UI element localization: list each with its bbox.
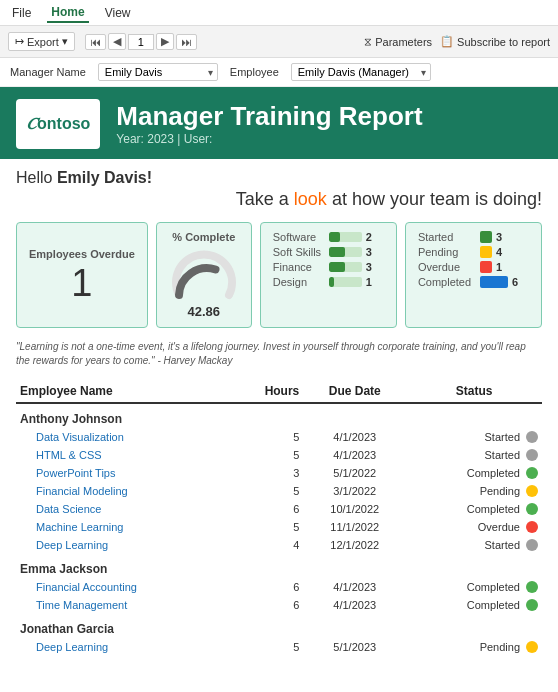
last-page-button[interactable]: ⏭ [176, 34, 197, 50]
course-status-text: Started [485, 449, 520, 461]
employee-filter-label: Employee [230, 66, 279, 78]
course-hours: 5 [230, 518, 303, 536]
hello-name: Emily Davis! [57, 169, 152, 186]
status-started-row: Started 3 [418, 231, 529, 243]
course-name: HTML & CSS [16, 446, 230, 464]
prev-page-button[interactable]: ◀ [108, 33, 126, 50]
parameters-button[interactable]: ⧖ Parameters [364, 35, 432, 48]
employee-select[interactable]: Emily Davis (Manager) [291, 63, 431, 81]
parameters-label: Parameters [375, 36, 432, 48]
category-finance-count: 3 [366, 261, 378, 273]
report-header: 𝐶ontoso Manager Training Report Year: 20… [0, 87, 558, 159]
menu-bar: File Home View [0, 0, 558, 26]
training-table: Employee Name Hours Due Date Status Anth… [16, 380, 542, 656]
hello-prefix: Hello [16, 169, 57, 186]
manager-filter-label: Manager Name [10, 66, 86, 78]
status-dot-icon [526, 539, 538, 551]
course-status-text: Completed [467, 599, 520, 611]
header-title-block: Manager Training Report Year: 2023 | Use… [116, 102, 422, 147]
course-status: Started [406, 428, 542, 446]
complete-value: 42.86 [188, 304, 221, 319]
status-completed-label: Completed [418, 276, 476, 288]
category-design-fill [329, 277, 335, 287]
course-status: Completed [406, 596, 542, 614]
category-design-bar [329, 277, 362, 287]
menu-file[interactable]: File [8, 4, 35, 22]
tagline-post: at how your team is doing! [327, 189, 542, 209]
col-hours: Hours [230, 380, 303, 403]
first-page-button[interactable]: ⏮ [85, 34, 106, 50]
logo-icon: 𝐶 [26, 115, 37, 132]
course-hours: 6 [230, 500, 303, 518]
course-hours: 3 [230, 464, 303, 482]
table-header-row: Employee Name Hours Due Date Status [16, 380, 542, 403]
status-dot-icon [526, 581, 538, 593]
status-dot-icon [526, 503, 538, 515]
course-hours: 6 [230, 578, 303, 596]
next-page-button[interactable]: ▶ [156, 33, 174, 50]
course-status-text: Started [485, 539, 520, 551]
category-softskills-bar [329, 247, 362, 257]
status-overdue-label: Overdue [418, 261, 476, 273]
table-section: Employee Name Hours Due Date Status Anth… [0, 374, 558, 662]
hello-text: Hello Emily Davis! [16, 169, 542, 187]
course-status: Pending [406, 638, 542, 656]
category-software-count: 2 [366, 231, 378, 243]
donut-chart [169, 247, 239, 302]
table-row: Financial Accounting 6 4/1/2023 Complete… [16, 578, 542, 596]
table-row: HTML & CSS 5 4/1/2023 Started [16, 446, 542, 464]
complete-label: % Complete [172, 231, 235, 243]
table-row: Financial Modeling 5 3/1/2022 Pending [16, 482, 542, 500]
category-softskills-count: 3 [366, 246, 378, 258]
subscribe-button[interactable]: 📋 Subscribe to report [440, 35, 550, 48]
course-hours: 5 [230, 638, 303, 656]
category-software-label: Software [273, 231, 325, 243]
quote-text: "Learning is not a one-time event, it's … [16, 340, 542, 368]
page-number-input[interactable]: 1 [128, 34, 154, 50]
toolbar: ↦ Export ▾ ⏮ ◀ 1 ▶ ⏭ ⧖ Parameters 📋 Subs… [0, 26, 558, 58]
status-pending-dot [480, 246, 492, 258]
category-softskills-fill [329, 247, 346, 257]
course-status-text: Completed [467, 467, 520, 479]
quote-section: "Learning is not a one-time event, it's … [0, 334, 558, 374]
col-duedate: Due Date [303, 380, 406, 403]
report-subtitle: Year: 2023 | User: [116, 132, 422, 146]
table-row: Deep Learning 5 5/1/2023 Pending [16, 638, 542, 656]
subscribe-icon: 📋 [440, 35, 454, 48]
course-status-text: Completed [467, 581, 520, 593]
course-name: PowerPoint Tips [16, 464, 230, 482]
export-label: Export [27, 36, 59, 48]
status-pending-label: Pending [418, 246, 476, 258]
status-dot-icon [526, 485, 538, 497]
course-hours: 5 [230, 446, 303, 464]
course-due: 10/1/2022 [303, 500, 406, 518]
employee-name: Anthony Johnson [16, 403, 542, 428]
course-status: Completed [406, 500, 542, 518]
category-softskills-label: Soft Skills [273, 246, 325, 258]
status-overdue-row: Overdue 1 [418, 261, 529, 273]
hello-section: Hello Emily Davis! Take a look at how yo… [0, 159, 558, 216]
category-softskills: Soft Skills 3 [273, 246, 384, 258]
table-row: Deep Learning 4 12/1/2022 Started [16, 536, 542, 554]
status-dot-icon [526, 599, 538, 611]
tagline-pre: Take a [236, 189, 294, 209]
status-dot-icon [526, 467, 538, 479]
status-overdue-count: 1 [496, 261, 502, 273]
category-finance-bar [329, 262, 362, 272]
table-row: Data Science 6 10/1/2022 Completed [16, 500, 542, 518]
menu-view[interactable]: View [101, 4, 135, 22]
menu-home[interactable]: Home [47, 3, 88, 23]
table-row: PowerPoint Tips 3 5/1/2022 Completed [16, 464, 542, 482]
category-design-label: Design [273, 276, 325, 288]
course-name: Data Visualization [16, 428, 230, 446]
subscribe-label: Subscribe to report [457, 36, 550, 48]
tagline-highlight: look [294, 189, 327, 209]
overdue-card: Employees Overdue 1 [16, 222, 148, 328]
course-due: 4/1/2023 [303, 596, 406, 614]
export-button[interactable]: ↦ Export ▾ [8, 32, 75, 51]
col-employee: Employee Name [16, 380, 230, 403]
employee-name: Emma Jackson [16, 554, 542, 578]
export-chevron-icon: ▾ [62, 35, 68, 48]
table-row: Time Management 6 4/1/2023 Completed [16, 596, 542, 614]
manager-select[interactable]: Emily Davis [98, 63, 218, 81]
